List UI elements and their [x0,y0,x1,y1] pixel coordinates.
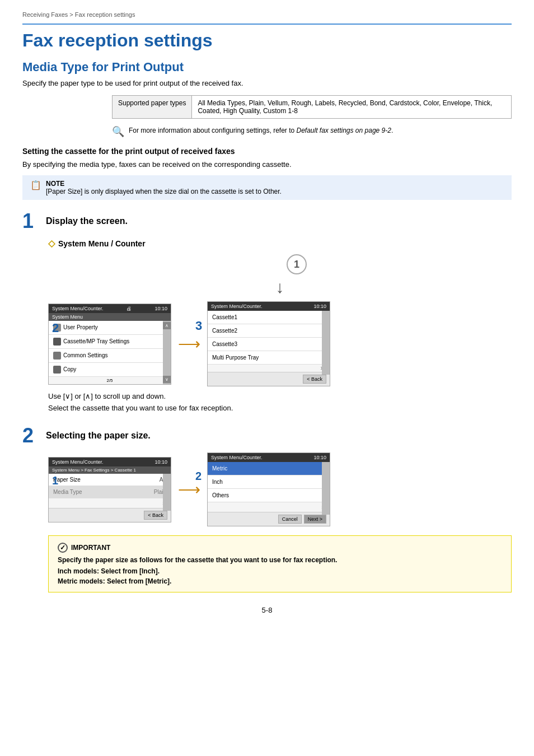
scroll-note: Use [∨] or [∧] to scroll up and down. [48,392,512,400]
important-text3: Metric models: Select from [Metric]. [58,577,502,585]
setting-heading: Setting the cassette for the print outpu… [22,147,512,156]
multipur-item[interactable]: Multi Purpose Tray › [208,351,330,365]
copy-icon [53,366,61,374]
page-title: Fax reception settings [22,30,512,51]
step1-title: Display the screen. [46,216,128,226]
step2-title: Selecting the paper size. [46,431,151,441]
screen4-header: System Menu/Counter. 10:10 [208,453,330,462]
paper-size-row[interactable]: Paper Size A4 [49,474,171,486]
step2-number: 2 [22,426,39,446]
note-box: 📋 NOTE [Paper Size] is only displayed wh… [22,175,512,200]
info-text: For more information about configuring s… [129,127,393,134]
important-label: IMPORTANT [71,544,110,552]
section1-intro: Specify the paper type to be used for pr… [22,79,512,87]
screen4-step-num: 2 [195,470,202,483]
note-icon: 📋 [30,180,41,190]
select-note: Select the cassette that you want to use… [48,404,512,412]
section1-heading: Media Type for Print Output [22,60,512,74]
down-arrow: ↓ [48,278,512,297]
cassette2-item[interactable]: Cassette2 › [208,324,330,338]
screen1-item-3[interactable]: Common Settings [49,349,171,363]
cassette3-item[interactable]: Cassette3 › [208,338,330,351]
screen1-item-1[interactable]: User Property ∧ [49,321,171,335]
system-menu-text: System Menu / Counter [58,239,146,248]
step1-number: 1 [22,211,39,231]
arrow-right-2: ⟶ [178,480,200,499]
screen1-subheader: System Menu [49,313,171,321]
scroll-down-btn[interactable]: ∨ [163,376,171,383]
important-text2: Inch models: Select from [Inch]. [58,567,502,575]
screen3-header: System Menu/Counter. 10:10 [49,458,171,466]
important-text1: Specify the paper size as follows for th… [58,556,502,564]
cassette1-item[interactable]: Cassette1 › [208,311,330,324]
screen3-footer: < Back [49,508,171,522]
step1-container: 1 Display the screen. ◇ System Menu / Co… [22,211,512,412]
screen1-item-4[interactable]: Copy ∨ [49,363,171,377]
screen1-item-2[interactable]: Cassette/MP Tray Settings [49,335,171,349]
important-box: ✓ IMPORTANT Specify the paper size as fo… [48,535,512,592]
others-item[interactable]: Others › [208,489,330,502]
arrow-right-1: ⟶ [178,335,200,353]
screens-row-2: 1 System Menu/Counter. 10:10 System Menu… [48,452,512,526]
page-footer: 5-8 [22,606,512,614]
cancel-button[interactable]: Cancel [278,515,302,524]
step2-container: 2 Selecting the paper size. 1 System Men… [22,426,512,592]
screen1-header: System Menu/Counter. 🖨 10:10 [49,304,171,313]
screen4-mock: 2 System Menu/Counter. 10:10 Metric Inch… [207,452,330,526]
note-text: [Paper Size] is only displayed when the … [46,188,282,195]
info-icon: 🔍 [112,125,124,138]
info-box: 🔍 For more information about configuring… [112,127,512,138]
back-button-2[interactable]: < Back [144,511,167,520]
cassette-icon [53,338,61,346]
screen2-footer: < Back [208,372,330,386]
screen2-mock: 3 System Menu/Counter. 10:10 Cassette1 ›… [207,301,330,386]
screen3-step-num: 1 [52,474,58,487]
screen2-step-num: 3 [195,319,202,333]
settings-icon [53,352,61,360]
circle-1-button[interactable]: 1 [287,254,307,274]
supported-paper-table: Supported paper types All Media Types, P… [112,95,512,119]
inch-item[interactable]: Inch › [208,475,330,489]
scroll-up-btn[interactable]: ∧ [163,322,171,329]
screen4-footer: Cancel Next > [208,512,330,526]
table-col1: Supported paper types [113,96,192,119]
screens-row-1: 2 System Menu/Counter. 🖨 10:10 System Me… [48,301,512,386]
back-button[interactable]: < Back [303,375,326,384]
note-label: NOTE [46,180,64,188]
breadcrumb: Receiving Faxes > Fax reception settings [22,11,512,18]
screen2-header: System Menu/Counter. 10:10 [208,302,330,311]
diamond-icon: ◇ [48,238,55,249]
setting-body: By specifying the media type, faxes can … [22,160,512,169]
system-menu-label: ◇ System Menu / Counter [48,238,512,249]
screen1-page: 2/5 [49,377,171,384]
screen1-step-num: 2 [52,321,59,335]
info-link: Default fax settings on page 9-2 [296,127,391,134]
metric-item[interactable]: Metric [208,462,330,475]
table-col2: All Media Types, Plain, Vellum, Rough, L… [192,96,512,119]
screen3-subheader: System Menu > Fax Settings > Cassette 1 [49,466,171,474]
screen1-mock: 2 System Menu/Counter. 🖨 10:10 System Me… [48,304,171,385]
next-button[interactable]: Next > [304,515,326,524]
important-icon: ✓ [58,543,68,553]
media-type-row[interactable]: Media Type Plain [49,486,171,498]
screen3-mock: 1 System Menu/Counter. 10:10 System Menu… [48,457,171,522]
